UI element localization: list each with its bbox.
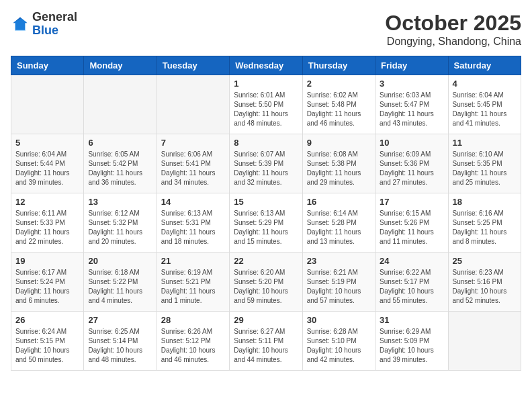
day-info: Sunrise: 6:13 AM Sunset: 5:31 PM Dayligh… — [161, 209, 225, 246]
day-number: 16 — [307, 197, 371, 207]
day-number: 5 — [15, 138, 79, 148]
day-info: Sunrise: 6:14 AM Sunset: 5:28 PM Dayligh… — [307, 209, 371, 246]
calendar-cell: 25Sunrise: 6:23 AM Sunset: 5:16 PM Dayli… — [448, 253, 521, 312]
day-info: Sunrise: 6:15 AM Sunset: 5:26 PM Dayligh… — [380, 209, 443, 246]
day-number: 24 — [380, 256, 443, 266]
calendar-cell: 23Sunrise: 6:21 AM Sunset: 5:19 PM Dayli… — [302, 253, 375, 312]
calendar-cell: 8Sunrise: 6:07 AM Sunset: 5:39 PM Daylig… — [230, 134, 302, 193]
calendar-cell: 13Sunrise: 6:12 AM Sunset: 5:32 PM Dayli… — [84, 193, 157, 253]
calendar-body: 1Sunrise: 6:01 AM Sunset: 5:50 PM Daylig… — [11, 75, 521, 371]
calendar-cell: 6Sunrise: 6:05 AM Sunset: 5:42 PM Daylig… — [84, 134, 157, 193]
day-number: 9 — [307, 138, 371, 148]
calendar-cell: 17Sunrise: 6:15 AM Sunset: 5:26 PM Dayli… — [375, 193, 448, 253]
day-info: Sunrise: 6:01 AM Sunset: 5:50 PM Dayligh… — [234, 91, 298, 128]
day-number: 21 — [161, 256, 225, 266]
day-info: Sunrise: 6:05 AM Sunset: 5:42 PM Dayligh… — [88, 150, 152, 187]
calendar-cell — [84, 75, 157, 134]
calendar-cell: 11Sunrise: 6:10 AM Sunset: 5:35 PM Dayli… — [448, 134, 521, 193]
day-info: Sunrise: 6:24 AM Sunset: 5:15 PM Dayligh… — [15, 327, 79, 365]
calendar-cell: 2Sunrise: 6:02 AM Sunset: 5:48 PM Daylig… — [302, 75, 375, 134]
day-number: 13 — [88, 197, 152, 207]
calendar-cell: 27Sunrise: 6:25 AM Sunset: 5:14 PM Dayli… — [84, 312, 157, 371]
calendar-cell: 7Sunrise: 6:06 AM Sunset: 5:41 PM Daylig… — [157, 134, 229, 193]
day-info: Sunrise: 6:06 AM Sunset: 5:41 PM Dayligh… — [161, 150, 225, 187]
day-number: 4 — [453, 79, 517, 89]
day-number: 20 — [88, 256, 152, 266]
day-number: 1 — [234, 79, 298, 89]
calendar-cell: 1Sunrise: 6:01 AM Sunset: 5:50 PM Daylig… — [230, 75, 302, 134]
day-number: 11 — [453, 138, 517, 148]
day-info: Sunrise: 6:16 AM Sunset: 5:25 PM Dayligh… — [453, 209, 517, 246]
location: Dongying, Shandong, China — [385, 36, 521, 48]
calendar-cell: 3Sunrise: 6:03 AM Sunset: 5:47 PM Daylig… — [375, 75, 448, 134]
day-number: 30 — [307, 315, 371, 325]
calendar-cell: 14Sunrise: 6:13 AM Sunset: 5:31 PM Dayli… — [157, 193, 229, 253]
calendar-cell: 20Sunrise: 6:18 AM Sunset: 5:22 PM Dayli… — [84, 253, 157, 312]
day-info: Sunrise: 6:20 AM Sunset: 5:20 PM Dayligh… — [234, 268, 298, 306]
day-info: Sunrise: 6:10 AM Sunset: 5:35 PM Dayligh… — [453, 150, 517, 187]
day-info: Sunrise: 6:13 AM Sunset: 5:29 PM Dayligh… — [234, 209, 298, 246]
calendar-cell: 18Sunrise: 6:16 AM Sunset: 5:25 PM Dayli… — [448, 193, 521, 253]
page-header: General Blue October 2025 Dongying, Shan… — [11, 11, 521, 48]
calendar-cell: 22Sunrise: 6:20 AM Sunset: 5:20 PM Dayli… — [230, 253, 302, 312]
dow-header-wednesday: Wednesday — [230, 56, 302, 75]
month-title: October 2025 — [385, 11, 521, 36]
day-info: Sunrise: 6:18 AM Sunset: 5:22 PM Dayligh… — [88, 268, 152, 306]
dow-header-sunday: Sunday — [11, 56, 84, 75]
dow-header-friday: Friday — [375, 56, 448, 75]
calendar-cell: 26Sunrise: 6:24 AM Sunset: 5:15 PM Dayli… — [11, 312, 84, 371]
calendar-cell: 12Sunrise: 6:11 AM Sunset: 5:33 PM Dayli… — [11, 193, 84, 253]
logo: General Blue — [11, 11, 77, 38]
dow-header-saturday: Saturday — [448, 56, 521, 75]
day-number: 25 — [453, 256, 517, 266]
day-info: Sunrise: 6:07 AM Sunset: 5:39 PM Dayligh… — [234, 150, 298, 187]
day-number: 22 — [234, 256, 298, 266]
day-number: 23 — [307, 256, 371, 266]
day-info: Sunrise: 6:04 AM Sunset: 5:45 PM Dayligh… — [453, 91, 517, 128]
week-row-2: 5Sunrise: 6:04 AM Sunset: 5:44 PM Daylig… — [11, 134, 521, 193]
day-info: Sunrise: 6:27 AM Sunset: 5:11 PM Dayligh… — [234, 327, 298, 365]
week-row-4: 19Sunrise: 6:17 AM Sunset: 5:24 PM Dayli… — [11, 253, 521, 312]
calendar-cell: 4Sunrise: 6:04 AM Sunset: 5:45 PM Daylig… — [448, 75, 521, 134]
logo-general-text: General — [32, 10, 77, 24]
calendar-cell: 19Sunrise: 6:17 AM Sunset: 5:24 PM Dayli… — [11, 253, 84, 312]
calendar-cell: 30Sunrise: 6:28 AM Sunset: 5:10 PM Dayli… — [302, 312, 375, 371]
calendar-cell: 5Sunrise: 6:04 AM Sunset: 5:44 PM Daylig… — [11, 134, 84, 193]
day-number: 18 — [453, 197, 517, 207]
calendar-cell: 16Sunrise: 6:14 AM Sunset: 5:28 PM Dayli… — [302, 193, 375, 253]
day-info: Sunrise: 6:04 AM Sunset: 5:44 PM Dayligh… — [15, 150, 79, 187]
day-number: 3 — [380, 79, 443, 89]
day-info: Sunrise: 6:09 AM Sunset: 5:36 PM Dayligh… — [380, 150, 443, 187]
day-number: 26 — [15, 315, 79, 325]
day-number: 10 — [380, 138, 443, 148]
day-info: Sunrise: 6:29 AM Sunset: 5:09 PM Dayligh… — [380, 327, 443, 365]
calendar-cell: 10Sunrise: 6:09 AM Sunset: 5:36 PM Dayli… — [375, 134, 448, 193]
day-info: Sunrise: 6:28 AM Sunset: 5:10 PM Dayligh… — [307, 327, 371, 365]
calendar-cell: 28Sunrise: 6:26 AM Sunset: 5:12 PM Dayli… — [157, 312, 229, 371]
week-row-3: 12Sunrise: 6:11 AM Sunset: 5:33 PM Dayli… — [11, 193, 521, 253]
day-info: Sunrise: 6:22 AM Sunset: 5:17 PM Dayligh… — [380, 268, 443, 306]
calendar-cell: 21Sunrise: 6:19 AM Sunset: 5:21 PM Dayli… — [157, 253, 229, 312]
day-number: 6 — [88, 138, 152, 148]
day-number: 29 — [234, 315, 298, 325]
calendar-cell: 15Sunrise: 6:13 AM Sunset: 5:29 PM Dayli… — [230, 193, 302, 253]
day-info: Sunrise: 6:08 AM Sunset: 5:38 PM Dayligh… — [307, 150, 371, 187]
day-number: 27 — [88, 315, 152, 325]
logo-icon — [11, 15, 30, 34]
day-number: 8 — [234, 138, 298, 148]
dow-header-monday: Monday — [84, 56, 157, 75]
dow-header-tuesday: Tuesday — [157, 56, 229, 75]
calendar-cell: 31Sunrise: 6:29 AM Sunset: 5:09 PM Dayli… — [375, 312, 448, 371]
calendar-cell — [448, 312, 521, 371]
day-number: 28 — [161, 315, 225, 325]
week-row-1: 1Sunrise: 6:01 AM Sunset: 5:50 PM Daylig… — [11, 75, 521, 134]
day-number: 19 — [15, 256, 79, 266]
day-info: Sunrise: 6:02 AM Sunset: 5:48 PM Dayligh… — [307, 91, 371, 128]
week-row-5: 26Sunrise: 6:24 AM Sunset: 5:15 PM Dayli… — [11, 312, 521, 371]
day-number: 15 — [234, 197, 298, 207]
day-info: Sunrise: 6:12 AM Sunset: 5:32 PM Dayligh… — [88, 209, 152, 246]
day-info: Sunrise: 6:11 AM Sunset: 5:33 PM Dayligh… — [15, 209, 79, 246]
calendar-cell: 9Sunrise: 6:08 AM Sunset: 5:38 PM Daylig… — [302, 134, 375, 193]
day-info: Sunrise: 6:17 AM Sunset: 5:24 PM Dayligh… — [15, 268, 79, 306]
logo-blue-text: Blue — [32, 24, 58, 37]
